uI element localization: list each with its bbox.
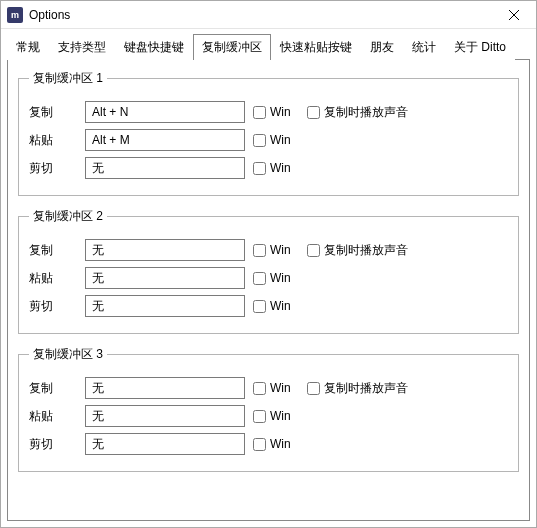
copy-buffer-group-1: 复制缓冲区 1复制Win复制时播放声音粘贴Win剪切Win (18, 70, 519, 196)
app-icon: m (7, 7, 23, 23)
win-label: Win (270, 299, 291, 313)
paste-win-checkbox[interactable] (253, 272, 266, 285)
row-copy: 复制Win复制时播放声音 (29, 239, 508, 261)
play-sound-label: 复制时播放声音 (324, 104, 408, 121)
group-legend: 复制缓冲区 3 (29, 346, 107, 363)
row-cut: 剪切Win (29, 433, 508, 455)
win-label: Win (270, 271, 291, 285)
row-paste: 粘贴Win (29, 405, 508, 427)
copy-win-checkbox-wrap[interactable]: Win (253, 381, 291, 395)
row-cut: 剪切Win (29, 157, 508, 179)
paste-hotkey-input[interactable] (85, 405, 245, 427)
cut-win-checkbox[interactable] (253, 162, 266, 175)
cut-win-checkbox-wrap[interactable]: Win (253, 299, 291, 313)
cut-hotkey-input[interactable] (85, 157, 245, 179)
copy-hotkey-input[interactable] (85, 377, 245, 399)
row-cut: 剪切Win (29, 295, 508, 317)
paste-win-checkbox-wrap[interactable]: Win (253, 271, 291, 285)
row-copy: 复制Win复制时播放声音 (29, 101, 508, 123)
close-icon (509, 10, 519, 20)
win-label: Win (270, 105, 291, 119)
titlebar: m Options (1, 1, 536, 29)
close-button[interactable] (498, 5, 530, 25)
cut-hotkey-input[interactable] (85, 433, 245, 455)
window-title: Options (29, 8, 498, 22)
group-legend: 复制缓冲区 1 (29, 70, 107, 87)
win-label: Win (270, 161, 291, 175)
cut-win-checkbox-wrap[interactable]: Win (253, 437, 291, 451)
play-sound-checkbox[interactable] (307, 106, 320, 119)
copy-win-checkbox[interactable] (253, 382, 266, 395)
copy-buffer-group-2: 复制缓冲区 2复制Win复制时播放声音粘贴Win剪切Win (18, 208, 519, 334)
play-sound-checkbox-wrap[interactable]: 复制时播放声音 (307, 242, 408, 259)
win-label: Win (270, 437, 291, 451)
tab-panel-copy-buffers: 复制缓冲区 1复制Win复制时播放声音粘贴Win剪切Win复制缓冲区 2复制Wi… (7, 59, 530, 521)
tab-7[interactable]: 关于 Ditto (445, 34, 515, 60)
copy-hotkey-input[interactable] (85, 101, 245, 123)
row-paste: 粘贴Win (29, 129, 508, 151)
play-sound-label: 复制时播放声音 (324, 242, 408, 259)
win-label: Win (270, 133, 291, 147)
play-sound-checkbox[interactable] (307, 382, 320, 395)
paste-hotkey-input[interactable] (85, 129, 245, 151)
cut-label: 剪切 (29, 298, 77, 315)
group-legend: 复制缓冲区 2 (29, 208, 107, 225)
tab-4[interactable]: 快速粘贴按键 (271, 34, 361, 60)
row-paste: 粘贴Win (29, 267, 508, 289)
cut-win-checkbox-wrap[interactable]: Win (253, 161, 291, 175)
copy-win-checkbox[interactable] (253, 244, 266, 257)
tab-2[interactable]: 键盘快捷键 (115, 34, 193, 60)
paste-win-checkbox[interactable] (253, 410, 266, 423)
cut-win-checkbox[interactable] (253, 438, 266, 451)
copy-buffer-group-3: 复制缓冲区 3复制Win复制时播放声音粘贴Win剪切Win (18, 346, 519, 472)
copy-label: 复制 (29, 242, 77, 259)
tab-strip: 常规支持类型键盘快捷键复制缓冲区快速粘贴按键朋友统计关于 Ditto (1, 29, 536, 59)
copy-win-checkbox-wrap[interactable]: Win (253, 243, 291, 257)
copy-label: 复制 (29, 104, 77, 121)
paste-label: 粘贴 (29, 270, 77, 287)
cut-hotkey-input[interactable] (85, 295, 245, 317)
paste-win-checkbox-wrap[interactable]: Win (253, 409, 291, 423)
row-copy: 复制Win复制时播放声音 (29, 377, 508, 399)
tab-1[interactable]: 支持类型 (49, 34, 115, 60)
cut-label: 剪切 (29, 160, 77, 177)
copy-hotkey-input[interactable] (85, 239, 245, 261)
win-label: Win (270, 243, 291, 257)
paste-win-checkbox-wrap[interactable]: Win (253, 133, 291, 147)
tab-5[interactable]: 朋友 (361, 34, 403, 60)
cut-win-checkbox[interactable] (253, 300, 266, 313)
copy-win-checkbox-wrap[interactable]: Win (253, 105, 291, 119)
copy-label: 复制 (29, 380, 77, 397)
tab-3[interactable]: 复制缓冲区 (193, 34, 271, 60)
win-label: Win (270, 381, 291, 395)
play-sound-checkbox[interactable] (307, 244, 320, 257)
tab-0[interactable]: 常规 (7, 34, 49, 60)
paste-win-checkbox[interactable] (253, 134, 266, 147)
win-label: Win (270, 409, 291, 423)
play-sound-label: 复制时播放声音 (324, 380, 408, 397)
cut-label: 剪切 (29, 436, 77, 453)
paste-label: 粘贴 (29, 408, 77, 425)
play-sound-checkbox-wrap[interactable]: 复制时播放声音 (307, 380, 408, 397)
tab-6[interactable]: 统计 (403, 34, 445, 60)
copy-win-checkbox[interactable] (253, 106, 266, 119)
play-sound-checkbox-wrap[interactable]: 复制时播放声音 (307, 104, 408, 121)
paste-label: 粘贴 (29, 132, 77, 149)
paste-hotkey-input[interactable] (85, 267, 245, 289)
